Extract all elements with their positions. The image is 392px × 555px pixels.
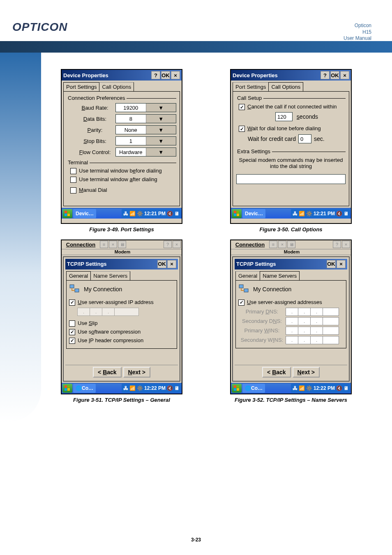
tab-name-servers[interactable]: Name Servers	[260, 271, 300, 280]
chk-soft-label: Use software compression	[78, 329, 141, 335]
pdns-input: ...	[286, 308, 339, 316]
credit-input[interactable]: 0	[298, 134, 311, 143]
svg-rect-6	[234, 214, 236, 216]
close-button[interactable]: ×	[340, 71, 349, 79]
tab-port-settings[interactable]: Port Settings	[233, 82, 269, 91]
behind-help: ?	[164, 241, 172, 248]
tray-desktop-icon: 🖥	[344, 211, 348, 216]
chk-cancel-label: Cancel the call if not connected within	[247, 104, 337, 110]
page-header: OPTICON Opticon H15 User Manual	[0, 0, 392, 41]
next-button[interactable]: Next >	[123, 367, 150, 378]
seconds-input[interactable]: 120	[275, 112, 293, 121]
svg-rect-11	[67, 385, 70, 388]
tab-strip: Port Settings Call Options	[62, 81, 182, 91]
chk-addr-row: Use server-assigned addresses	[238, 299, 344, 306]
help-button[interactable]: ?	[321, 71, 330, 79]
ok-button[interactable]: OK	[161, 71, 170, 79]
start-button[interactable]	[62, 209, 72, 218]
databits-select[interactable]: 8▼	[115, 114, 176, 123]
start-button[interactable]	[232, 209, 242, 218]
tray-volume-icon: 🔇	[336, 211, 342, 216]
databits-value: 8	[116, 116, 146, 122]
chk-wait[interactable]	[239, 126, 245, 132]
ok-button[interactable]: OK	[330, 71, 339, 79]
baud-select[interactable]: 19200▼	[115, 103, 176, 112]
start-button[interactable]	[232, 384, 242, 393]
seconds-label: seconds	[297, 113, 318, 120]
figure-49: Device Properties ? OK × Port Settings C…	[61, 69, 182, 233]
globe-icon: 🌐	[76, 385, 82, 391]
tray-signal-icon: 📶	[129, 211, 136, 216]
behind-title: Connection	[232, 242, 268, 248]
titlebar: Device Properties ? OK ×	[231, 70, 351, 81]
group-extra: Extra Settings	[236, 147, 346, 154]
screen-port-settings: Device Properties ? OK × Port Settings C…	[61, 69, 182, 224]
close-button[interactable]: ×	[337, 260, 346, 268]
chk-ip-row: Use server-assigned IP address	[69, 299, 174, 306]
taskbar: Devic… 🖧 📶 🔆 12:21 PM 🔇 🖥	[62, 208, 182, 219]
group-terminal: Terminal	[67, 159, 176, 166]
titlebar: TCP/IP Settings OK ×	[65, 259, 178, 269]
panel-body: Call Setup Cancel the call if not connec…	[233, 91, 349, 206]
tray-network-icon: 🖧	[293, 211, 297, 216]
chk-server-addr[interactable]	[238, 299, 244, 306]
start-button[interactable]	[62, 384, 72, 393]
parity-select[interactable]: None▼	[115, 125, 176, 134]
ip-input: ...	[77, 308, 139, 316]
tab-general[interactable]: General	[235, 271, 260, 280]
extra-text: Special modem commands may be inserted i…	[237, 157, 345, 169]
chk-iph-label: Use IP header compression	[78, 337, 143, 343]
chk-server-ip[interactable]	[69, 299, 75, 306]
chevron-down-icon: ▼	[146, 126, 176, 134]
tab-call-options[interactable]: Call Options	[99, 82, 134, 91]
tray-network-icon: 🖧	[293, 385, 297, 391]
extra-input[interactable]	[236, 174, 346, 184]
chk-cancel[interactable]	[239, 104, 245, 110]
ok-button[interactable]: OK	[157, 260, 166, 268]
task-app[interactable]: 🌐Co…	[242, 384, 265, 393]
tab-name-servers[interactable]: Name Servers	[90, 271, 130, 280]
task-app[interactable]: 🌐Co…	[73, 384, 96, 393]
tray-desktop-icon: 🖥	[174, 211, 179, 216]
swins-row: Secondary WINS: ...	[238, 336, 344, 344]
chk-manual[interactable]	[70, 187, 76, 193]
task-app[interactable]: Devic…	[73, 209, 96, 218]
behind-close: ×	[342, 241, 350, 248]
chk-slip[interactable]	[69, 320, 75, 327]
back-button[interactable]: < Back	[93, 367, 122, 378]
chk-iph[interactable]	[69, 338, 75, 344]
window-title: Device Properties	[63, 72, 108, 78]
ok-button[interactable]: OK	[327, 260, 336, 268]
tray-time: 12:21 PM	[144, 211, 166, 216]
connection-row: My Connection	[238, 283, 344, 296]
parity-label: Parity:	[74, 127, 115, 133]
system-tray[interactable]: 🖧 📶 🔆 12:21 PM 🔇 🖥	[291, 209, 350, 218]
chk-after[interactable]	[70, 177, 76, 183]
help-button[interactable]: ?	[151, 71, 160, 79]
tab-call-options[interactable]: Call Options	[268, 82, 303, 91]
tab-port-settings[interactable]: Port Settings	[63, 82, 99, 91]
flow-select[interactable]: Hardware▼	[115, 147, 176, 157]
taskbar: 🌐Co… 🖧 📶 🔆 12:22 PM 🔇 🖥	[62, 383, 182, 394]
tray-network-icon: 🖧	[123, 211, 128, 216]
chk-before[interactable]	[70, 168, 76, 174]
next-button[interactable]: Next >	[293, 367, 320, 378]
close-button[interactable]: ×	[167, 260, 176, 268]
svg-rect-12	[65, 388, 67, 391]
chk-iph-row: Use IP header compression	[69, 337, 174, 344]
tray-volume-icon: 🔇	[336, 385, 342, 391]
close-button[interactable]: ×	[171, 71, 180, 79]
tab-general[interactable]: General	[66, 271, 91, 280]
stopbits-select[interactable]: 1▼	[115, 136, 176, 145]
system-tray[interactable]: 🖧 📶 🔆 12:21 PM 🔇 🖥	[122, 209, 181, 218]
baud-label: Baud Rate:	[74, 105, 115, 111]
chk-soft[interactable]	[69, 329, 75, 335]
task-app[interactable]: Devic…	[242, 209, 265, 218]
globe-icon: 🌐	[245, 385, 251, 391]
back-button[interactable]: < Back	[262, 367, 291, 378]
system-tray[interactable]: 🖧 📶 🔆 12:22 PM 🔇 🖥	[122, 384, 181, 393]
system-tray[interactable]: 🖧 📶 🔆 12:22 PM 🔇 🖥	[291, 384, 350, 393]
behind-modem-label: Modem	[62, 249, 182, 255]
tab-strip: Port Settings Call Options	[231, 81, 351, 91]
inner-dialog: TCP/IP Settings OK × General Name Server…	[232, 256, 350, 382]
